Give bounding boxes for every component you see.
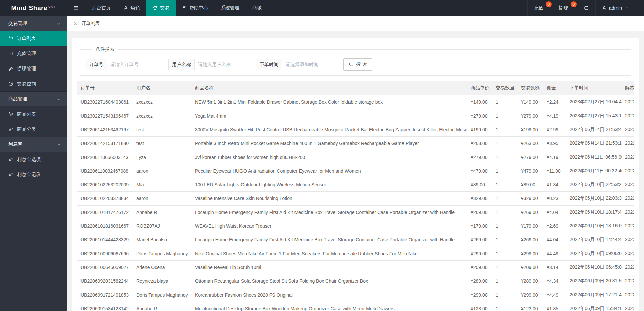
table-cell: UB2206110656003143 <box>77 150 133 164</box>
table-cell: 1 <box>492 288 518 302</box>
nav-item-label: 角色 <box>130 5 140 11</box>
column-header: 商品名称 <box>192 81 467 95</box>
search-fieldset: 条件搜索 订单号用户名称下单时间搜 索 <box>80 46 631 76</box>
search-button[interactable]: 搜 索 <box>343 58 372 71</box>
column-header: 解冻时间 <box>622 81 634 95</box>
sidebar-group-lixibao[interactable]: 利息宝 <box>0 137 67 152</box>
hamburger-icon <box>73 5 79 11</box>
table-cell: Locaupin Home Emergency Family First Aid… <box>192 233 467 247</box>
table-row: UB2206100906067696Doris Tampus MaghanoyN… <box>77 247 634 260</box>
sidebar-group-goods-mgmt[interactable]: 商品管理 <box>0 91 67 106</box>
table-cell: zxczxcz <box>133 95 192 109</box>
flag-icon <box>182 6 187 10</box>
sidebar-item-order-list[interactable]: 订单列表 <box>0 31 67 46</box>
table-cell: 2022年 <box>622 274 634 288</box>
table-cell: Doris Tampus Maghanoy <box>133 247 192 260</box>
table-row: UB2206101817476172Annabe RLocaupin Home … <box>77 205 634 219</box>
table-cell: Locaupin Home Emergency Family First Aid… <box>192 205 467 219</box>
nav-item-roles[interactable]: 角色 <box>117 0 146 16</box>
table-cell: Multifunctional Desktop Storage Box Wood… <box>192 302 467 311</box>
nav-item-help-center[interactable]: 帮助中心 <box>176 0 214 16</box>
withdraw-badge: 0 <box>571 1 577 7</box>
table-cell: 2022年 <box>622 123 634 136</box>
table-cell: UB2206101444428329 <box>77 233 133 247</box>
user-menu[interactable]: admin <box>595 0 635 16</box>
sidebar-item-lixibao-records[interactable]: 利息宝记录 <box>0 167 67 182</box>
search-button-label: 搜 索 <box>356 61 367 68</box>
nav-item-label: 商城 <box>252 5 262 11</box>
table-cell: ¥179.00 <box>518 219 543 233</box>
nav-item-label: 后台首页 <box>92 5 111 11</box>
table-row: UB2206100645059027Arlene OcenaVaseline R… <box>77 260 634 274</box>
sidebar-item-label: 商品列表 <box>17 111 36 117</box>
app-title: Mind Share <box>11 4 47 12</box>
table-cell: 2023年02月27日 15:43:19 <box>566 109 622 123</box>
table-header-row: 订单号用户名商品名称商品单价交易数量交易数额佣金下单时间解冻时间 <box>77 81 634 95</box>
nav-item-dashboard[interactable]: 后台首页 <box>86 0 117 16</box>
sidebar-item-trade-control[interactable]: 交易控制 <box>0 76 67 91</box>
sidebar-collapse-button[interactable] <box>67 0 86 16</box>
search-label-order-time: 下单时间 <box>256 59 282 70</box>
table-cell: UB2206102203373834 <box>77 191 133 205</box>
table-cell: aaron <box>133 191 192 205</box>
table-cell: 2022年06月10日 22:03:37 <box>566 191 622 205</box>
table-cell: UB2206101816031667 <box>77 219 133 233</box>
table-row: UB2206110656003143LyzaJvf korean rubber … <box>77 150 634 164</box>
topbar: Mind ShareV8.1 后台首页角色交易帮助中心系统管理商城 充值 0 提… <box>0 0 644 16</box>
table-cell: 2022年06月10日 09:06:06 <box>566 247 622 260</box>
table-cell: 2023年02月27日 16:04:40 <box>566 95 622 109</box>
table-cell: ¥329.00 <box>467 191 492 205</box>
sidebar-item-label: 利息宝选项 <box>17 157 41 163</box>
table-cell: aaron <box>133 164 192 178</box>
table-cell: UB2206100906067696 <box>77 247 133 260</box>
table-cell: ¥1.34 <box>543 178 566 191</box>
person-icon <box>123 6 128 10</box>
table-cell: ¥299.00 <box>518 288 543 302</box>
main-content: 订单列表 条件搜索 订单号用户名称下单时间搜 索 订单号用户名商品名称商品单价交… <box>67 16 644 311</box>
table-cell: ¥3.14 <box>543 260 566 274</box>
order-time-input[interactable] <box>282 59 338 70</box>
table-cell: ¥3.95 <box>543 136 566 150</box>
sidebar-item-label: 商品分类 <box>17 126 36 132</box>
table-cell: ¥263.00 <box>467 136 492 150</box>
sidebar-item-lixibao-options[interactable]: 利息宝选项 <box>0 152 67 167</box>
table-cell: 1 <box>492 178 518 191</box>
table-cell: test <box>133 123 192 136</box>
table-cell: ¥2.24 <box>543 95 566 109</box>
withdraw-label: 提现 <box>559 5 568 11</box>
nav-item-trade[interactable]: 交易 <box>146 0 176 16</box>
table-cell: Reynieza blaya <box>133 274 192 288</box>
username-input[interactable] <box>195 59 251 70</box>
sidebar-item-goods-category[interactable]: 商品分类 <box>0 122 67 137</box>
table-cell: Mariel Bacalso <box>133 233 192 247</box>
nav-item-label: 系统管理 <box>221 5 239 11</box>
table-cell: Peculiar Eyewear HUGO Anti-radiation Com… <box>192 164 467 178</box>
link-icon <box>8 172 13 177</box>
sidebar-item-withdraw-mgmt[interactable]: 提现管理 <box>0 61 67 76</box>
search-label-username: 用户名称 <box>168 59 195 70</box>
withdraw-button[interactable]: 提现 0 <box>552 0 577 16</box>
refresh-button[interactable] <box>577 0 595 16</box>
table-cell: 1 <box>492 109 518 123</box>
table-cell: 2022年06月10日 06:45:05 <box>566 260 622 274</box>
sidebar-item-goods-list[interactable]: 商品列表 <box>0 106 67 122</box>
nav-item-mall[interactable]: 商城 <box>246 0 268 16</box>
table-cell: 100 LED Solar Lights Outdoor Lighting Wi… <box>192 178 467 191</box>
sidebar-group-trade-mgmt[interactable]: 交易管理 <box>0 16 67 31</box>
sidebar-item-recharge-mgmt[interactable]: 充值管理 <box>0 46 67 61</box>
recharge-button[interactable]: 充值 0 <box>527 0 552 16</box>
table-cell: ¥4.04 <box>543 233 566 247</box>
chevron-down-icon <box>57 142 61 147</box>
panel-icon <box>8 51 13 56</box>
table-cell: ¥2.99 <box>543 123 566 136</box>
table-cell: 1 <box>492 219 518 233</box>
nav-item-system[interactable]: 系统管理 <box>214 0 246 16</box>
table-cell: Koreanrubber Fashion Shoes 2020 FS Origi… <box>192 288 467 302</box>
order-no-input[interactable] <box>107 59 163 70</box>
search-group-order-no: 订单号 <box>86 59 163 70</box>
table-cell: ¥279.00 <box>518 150 543 164</box>
table-cell: UB2206142153171880 <box>77 136 133 150</box>
table-cell: ¥299.00 <box>467 288 492 302</box>
table-row: UB2206101816031667ROBZ07AJWEAVEL High Wa… <box>77 219 634 233</box>
table-cell: ¥199.00 <box>467 123 492 136</box>
